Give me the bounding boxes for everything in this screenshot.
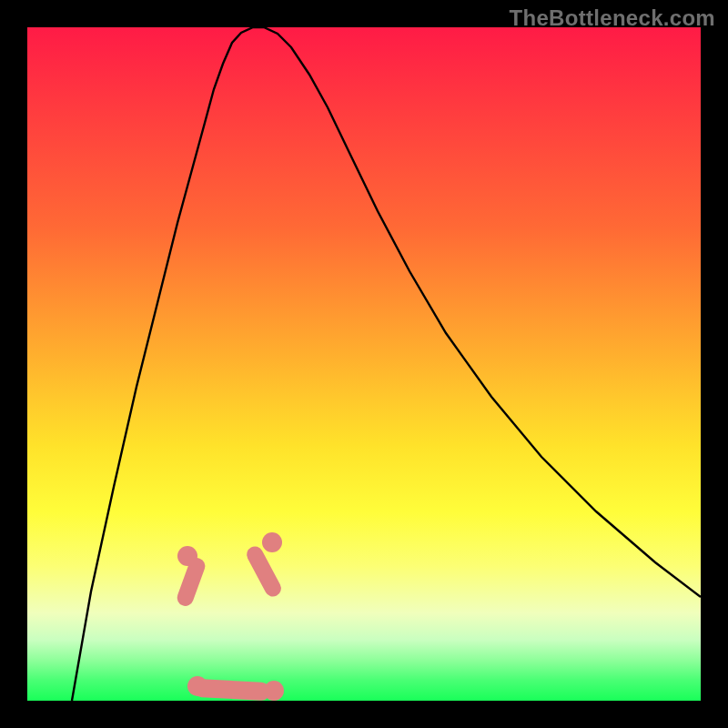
plot-area — [27, 27, 701, 701]
curve-svg — [27, 27, 701, 701]
chart-frame: TheBottleneck.com — [0, 0, 728, 728]
watermark-text: TheBottleneck.com — [510, 5, 715, 31]
curve-path — [72, 27, 701, 701]
